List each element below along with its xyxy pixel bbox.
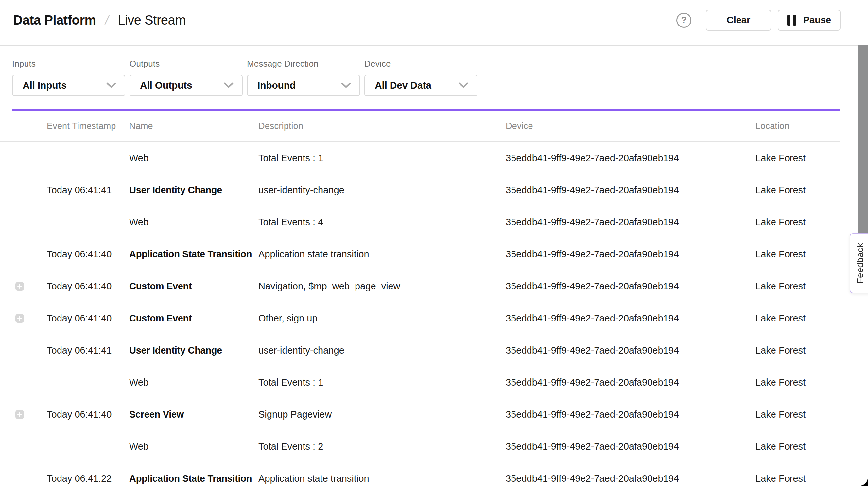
pause-button[interactable]: Pause	[778, 10, 840, 31]
cell-device: 35eddb41-9ff9-49e2-7aed-20afa90eb194	[506, 313, 755, 324]
cell-device: 35eddb41-9ff9-49e2-7aed-20afa90eb194	[506, 441, 755, 452]
expand-cell	[12, 410, 47, 419]
cell-location: Lake Forest	[755, 377, 840, 388]
feedback-tab-label: Feedback	[855, 243, 865, 284]
vertical-scrollbar-thumb[interactable]	[858, 45, 868, 244]
accent-divider	[12, 109, 840, 111]
cell-name: Web	[129, 441, 258, 452]
cell-location: Lake Forest	[755, 409, 840, 420]
inputs-dropdown[interactable]: All Inputs	[12, 74, 125, 96]
cell-description: Total Events : 4	[258, 217, 506, 227]
cell-description: Application state transition	[258, 249, 506, 260]
cell-name: Custom Event	[129, 313, 258, 324]
cell-device: 35eddb41-9ff9-49e2-7aed-20afa90eb194	[506, 473, 755, 484]
help-icon-glyph: ?	[681, 15, 687, 25]
page-title: Live Stream	[118, 13, 186, 28]
header-actions: ? Clear Pause	[676, 10, 840, 31]
filter-bar: Inputs All Inputs Outputs All Outputs Me…	[0, 46, 868, 96]
cell-description: Total Events : 2	[258, 441, 506, 452]
cell-name: Web	[129, 217, 258, 227]
pause-icon	[787, 15, 796, 26]
breadcrumb: Data Platform / Live Stream	[13, 13, 186, 28]
cell-name: Web	[129, 153, 258, 163]
filter-outputs: Outputs All Outputs	[129, 59, 243, 96]
table-row[interactable]: Today 06:41:41User Identity Changeuser-i…	[0, 174, 840, 206]
cell-description: Other, sign up	[258, 313, 506, 324]
message-direction-dropdown-value: Inbound	[257, 80, 296, 91]
table-row[interactable]: WebTotal Events : 135eddb41-9ff9-49e2-7a…	[0, 366, 840, 398]
table-row[interactable]: Today 06:41:22Application State Transiti…	[0, 462, 840, 486]
expand-plus-icon[interactable]	[16, 314, 24, 323]
cell-name: User Identity Change	[129, 345, 258, 356]
cell-name: Web	[129, 377, 258, 388]
table-row[interactable]: Today 06:41:40Custom EventNavigation, $m…	[0, 270, 840, 302]
cell-description: Application state transition	[258, 473, 506, 484]
cell-description: Signup Pageview	[258, 409, 506, 420]
window-corner-artifact	[859, 477, 868, 486]
cell-device: 35eddb41-9ff9-49e2-7aed-20afa90eb194	[506, 217, 755, 227]
expand-cell	[12, 282, 47, 291]
filter-device: Device All Dev Data	[364, 59, 477, 96]
chevron-down-icon	[341, 83, 351, 88]
clear-button[interactable]: Clear	[706, 10, 771, 31]
cell-device: 35eddb41-9ff9-49e2-7aed-20afa90eb194	[506, 409, 755, 420]
filter-outputs-label: Outputs	[129, 59, 243, 69]
event-table-body: WebTotal Events : 135eddb41-9ff9-49e2-7a…	[0, 142, 868, 486]
cell-event-timestamp: Today 06:41:40	[47, 313, 129, 324]
table-row[interactable]: Today 06:41:40Custom EventOther, sign up…	[0, 302, 840, 334]
chevron-down-icon	[106, 83, 116, 88]
cell-event-timestamp: Today 06:41:22	[47, 473, 129, 484]
cell-device: 35eddb41-9ff9-49e2-7aed-20afa90eb194	[506, 281, 755, 292]
cell-name: Custom Event	[129, 281, 258, 292]
table-row[interactable]: WebTotal Events : 435eddb41-9ff9-49e2-7a…	[0, 206, 840, 238]
feedback-tab[interactable]: Feedback	[850, 233, 868, 293]
expand-cell	[12, 314, 47, 323]
cell-description: Navigation, $mp_web_page_view	[258, 281, 506, 292]
table-row[interactable]: WebTotal Events : 135eddb41-9ff9-49e2-7a…	[0, 142, 840, 174]
filter-inputs-label: Inputs	[12, 59, 125, 69]
cell-event-timestamp: Today 06:41:40	[47, 409, 129, 420]
message-direction-dropdown[interactable]: Inbound	[247, 74, 360, 96]
table-row[interactable]: WebTotal Events : 235eddb41-9ff9-49e2-7a…	[0, 430, 840, 462]
filter-device-label: Device	[364, 59, 477, 69]
cell-location: Lake Forest	[755, 441, 840, 452]
help-icon[interactable]: ?	[676, 13, 691, 28]
cell-device: 35eddb41-9ff9-49e2-7aed-20afa90eb194	[506, 153, 755, 163]
cell-name: User Identity Change	[129, 185, 258, 195]
cell-device: 35eddb41-9ff9-49e2-7aed-20afa90eb194	[506, 345, 755, 356]
column-header-location: Location	[755, 121, 840, 131]
cell-event-timestamp: Today 06:41:41	[47, 185, 129, 195]
cell-description: user-identity-change	[258, 345, 506, 356]
table-row[interactable]: Today 06:41:40Application State Transiti…	[0, 238, 840, 270]
cell-device: 35eddb41-9ff9-49e2-7aed-20afa90eb194	[506, 249, 755, 260]
cell-location: Lake Forest	[755, 185, 840, 195]
cell-location: Lake Forest	[755, 345, 840, 356]
device-dropdown-value: All Dev Data	[375, 80, 431, 91]
cell-description: user-identity-change	[258, 185, 506, 195]
cell-event-timestamp: Today 06:41:41	[47, 345, 129, 356]
cell-location: Lake Forest	[755, 281, 840, 292]
cell-name: Screen View	[129, 409, 258, 420]
cell-description: Total Events : 1	[258, 153, 506, 163]
column-header-event-timestamp: Event Timestamp	[47, 121, 129, 131]
top-header: Data Platform / Live Stream ? Clear Paus…	[0, 0, 868, 46]
expand-plus-icon[interactable]	[16, 410, 24, 419]
expand-plus-icon[interactable]	[16, 282, 24, 291]
table-row[interactable]: Today 06:41:40Screen ViewSignup Pageview…	[0, 398, 840, 430]
pause-button-label: Pause	[803, 15, 831, 26]
clear-button-label: Clear	[727, 15, 751, 26]
column-header-device: Device	[506, 121, 755, 131]
cell-location: Lake Forest	[755, 249, 840, 260]
outputs-dropdown[interactable]: All Outputs	[129, 74, 243, 96]
filter-message-direction: Message Direction Inbound	[247, 59, 360, 96]
table-row[interactable]: Today 06:41:41User Identity Changeuser-i…	[0, 334, 840, 366]
filter-message-direction-label: Message Direction	[247, 59, 360, 69]
breadcrumb-section[interactable]: Data Platform	[13, 13, 96, 28]
chevron-down-icon	[459, 83, 468, 88]
column-header-description: Description	[258, 121, 506, 131]
filter-inputs: Inputs All Inputs	[12, 59, 125, 96]
cell-name: Application State Transition	[129, 473, 258, 484]
device-dropdown[interactable]: All Dev Data	[364, 74, 477, 96]
cell-description: Total Events : 1	[258, 377, 506, 388]
cell-event-timestamp: Today 06:41:40	[47, 249, 129, 260]
